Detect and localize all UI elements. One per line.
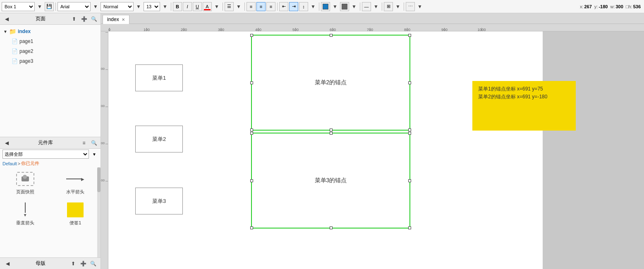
h-ruler: 01002003004005006007008009001000: [101, 24, 644, 31]
comp-collapse-btn[interactable]: ◀: [2, 139, 11, 147]
pages-export-btn[interactable]: ⬆: [70, 15, 78, 23]
handle-bl2[interactable]: [250, 226, 253, 229]
comp-search-btn[interactable]: 🔍: [90, 139, 98, 147]
box-options-btn[interactable]: ▼: [36, 2, 44, 11]
anchor3-label: 菜单3的锚点: [315, 177, 347, 184]
comp-item-camera[interactable]: 页面快照: [2, 169, 49, 197]
handle-tr[interactable]: [408, 34, 411, 37]
yellow-note-line2: 菜单2的锚点坐标 x=691 y=-180: [478, 93, 570, 101]
arrow-v-line: [25, 202, 26, 213]
tree-root-index[interactable]: ▼ 📁 index: [0, 26, 101, 36]
border-arrow[interactable]: ▼: [350, 2, 358, 11]
sep9: [404, 2, 404, 11]
more-tools-arrow[interactable]: ▼: [416, 2, 424, 11]
pages-collapse-btn[interactable]: ◀: [2, 15, 11, 23]
handle-tl2[interactable]: [250, 132, 253, 135]
fill-arrow[interactable]: ▼: [331, 2, 339, 11]
tab-close-btn[interactable]: ✕: [122, 17, 125, 22]
comp-item-sticky[interactable]: 便签1: [52, 200, 99, 228]
save-btn[interactable]: 💾: [45, 2, 54, 11]
menu1-box[interactable]: 菜单1: [135, 64, 183, 91]
font-options-btn[interactable]: ▼: [91, 2, 100, 11]
border-color-btn[interactable]: [340, 2, 349, 11]
handle-tm2[interactable]: [330, 132, 333, 135]
font-color-btn[interactable]: A: [203, 2, 212, 11]
handle-br[interactable]: [408, 129, 411, 131]
scrollbar-thumb[interactable]: [97, 167, 101, 192]
yellow-note-line1: 菜单1的锚点坐标 x=691 y=75: [478, 85, 570, 93]
align-left-btn[interactable]: ≡: [247, 2, 256, 11]
handle-ml2[interactable]: [250, 179, 253, 182]
page1-label: page1: [19, 38, 33, 44]
comp-bottom-search[interactable]: 🔍: [89, 259, 97, 268]
pages-panel-header: ◀ 页面 ⬆ ➕ 🔍: [0, 13, 101, 25]
underline-btn[interactable]: U: [193, 2, 202, 11]
fill-color-btn[interactable]: [321, 2, 330, 11]
tab-bar: index ✕: [101, 13, 644, 24]
list-btn[interactable]: ☰: [225, 2, 234, 11]
indent-inc-btn[interactable]: ⇥: [289, 2, 298, 11]
comp-item-arrow-v[interactable]: ▼ 垂直箭头: [2, 200, 49, 228]
tree-page1[interactable]: 📄 page1: [0, 36, 101, 46]
anchor3-box[interactable]: 菜单3的锚点: [251, 133, 410, 229]
menu2-box[interactable]: 菜单2: [135, 126, 183, 152]
font-color-arrow[interactable]: ▼: [213, 2, 221, 11]
canvas-surface[interactable]: 菜单1 菜单2 菜单3 菜单2的锚点: [108, 31, 644, 269]
components-panel-header: ◀ 元件库 ≡ 🔍: [0, 137, 101, 149]
yellow-note[interactable]: 菜单1的锚点坐标 x=691 y=75 菜单2的锚点坐标 x=691 y=-18…: [472, 81, 576, 131]
align-tools-arrow[interactable]: ▼: [394, 2, 402, 11]
tree-root-label: index: [18, 29, 31, 34]
align-tools-btn[interactable]: ⊞: [384, 2, 393, 11]
handle-mr[interactable]: [408, 81, 411, 84]
comp-bottom-collapse[interactable]: ◀: [3, 259, 12, 268]
spacing-arrow[interactable]: ▼: [309, 2, 317, 11]
comp-select-arrow[interactable]: ▼: [91, 150, 98, 158]
indent-dec-btn[interactable]: ⇤: [279, 2, 288, 11]
font-select[interactable]: Arial: [57, 2, 91, 11]
align-center-btn[interactable]: ≡: [256, 2, 266, 11]
anchor2-box[interactable]: 菜单2的锚点: [251, 35, 410, 131]
size-select[interactable]: 13: [144, 2, 160, 11]
tree-page2[interactable]: 📄 page2: [0, 46, 101, 56]
line-arrow[interactable]: ▼: [372, 2, 380, 11]
tree-chevron: ▼: [3, 29, 7, 34]
comp-bottom-export[interactable]: ⬆: [69, 259, 77, 268]
tab-index[interactable]: index ✕: [103, 15, 129, 24]
bold-btn[interactable]: B: [173, 2, 182, 11]
arrow-h-line: [66, 179, 81, 179]
crumb-default[interactable]: Default: [2, 161, 17, 166]
sep1: [55, 2, 56, 11]
line-style-btn[interactable]: —: [362, 2, 371, 11]
border-color-swatch: [342, 4, 347, 10]
comp-library-select[interactable]: 选择全部: [2, 150, 89, 159]
menu3-box[interactable]: 菜单3: [135, 188, 183, 214]
align-right-btn[interactable]: ≡: [266, 2, 275, 11]
crumb-custom[interactable]: 你已元件: [21, 160, 39, 167]
handle-tr2[interactable]: [408, 132, 411, 135]
handle-mr2[interactable]: [408, 179, 411, 182]
handle-bl[interactable]: [250, 129, 253, 131]
spacing-btn[interactable]: ↕: [299, 2, 308, 11]
style-options-btn[interactable]: ▼: [134, 2, 143, 11]
handle-tl[interactable]: [250, 34, 253, 37]
style-select[interactable]: Normal: [101, 2, 134, 11]
comp-bottom-add[interactable]: ➕: [79, 259, 87, 268]
comp-item-arrow-h[interactable]: ▶ 水平箭头: [52, 169, 99, 197]
comp-menu-btn[interactable]: ≡: [80, 139, 88, 147]
list-arrow[interactable]: ▼: [235, 2, 243, 11]
pages-search-btn[interactable]: 🔍: [90, 15, 98, 23]
scrollbar-track[interactable]: [97, 167, 101, 257]
handle-bm[interactable]: [330, 129, 333, 131]
folder-icon: 📁: [9, 28, 16, 35]
box-select[interactable]: Box 1: [2, 2, 35, 11]
more-tools-btn[interactable]: ⋯: [406, 2, 415, 11]
pages-add-btn[interactable]: ➕: [80, 15, 88, 23]
tree-page3[interactable]: 📄 page3: [0, 56, 101, 66]
page-icon: 📄: [12, 58, 18, 64]
handle-br2[interactable]: [408, 226, 411, 229]
italic-btn[interactable]: I: [183, 2, 192, 11]
size-options-btn[interactable]: ▼: [161, 2, 169, 11]
handle-bm2[interactable]: [330, 226, 333, 229]
handle-ml[interactable]: [250, 81, 253, 84]
handle-tm[interactable]: [330, 34, 333, 37]
